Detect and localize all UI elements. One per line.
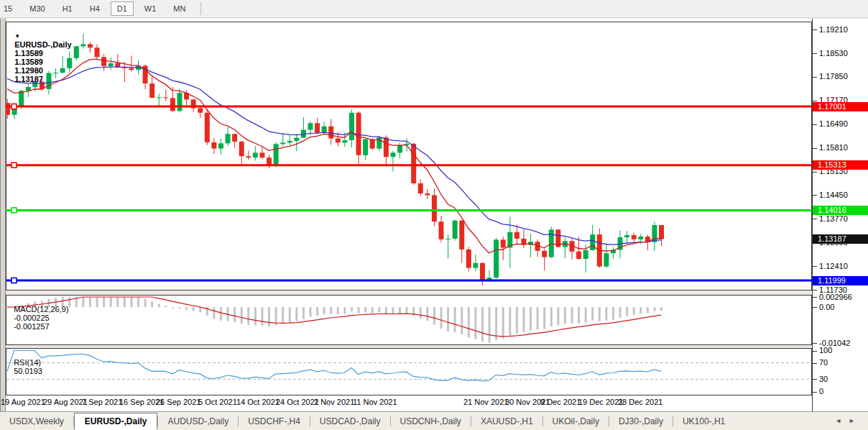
candle [397,145,402,153]
macd-main-value: -0.000225 [14,314,50,322]
candle [322,127,327,133]
tab-eurusd-daily[interactable]: EURUSD-,Daily [74,413,158,430]
candle [632,235,637,239]
macd-name: MACD(12,26,9) [14,305,68,314]
chart-dropdown-icon[interactable]: ▼ [14,33,20,40]
candle [74,46,79,58]
price-axis[interactable]: 1.192101.185301.178501.171701.164901.158… [812,19,868,411]
candle [246,156,251,157]
candle [604,253,609,266]
timeframe-button-m30[interactable]: M30 [23,1,51,16]
candle [108,63,114,66]
candle [129,68,134,70]
candle [445,239,451,239]
candle [411,144,416,183]
macd-label: MACD(12,26,9) -0.000225 -0.001257 [9,296,69,331]
candle [157,97,162,98]
level-handle[interactable] [11,163,17,168]
candle [259,152,264,157]
candle [88,44,93,47]
timeframe-button-h4[interactable]: H4 [83,1,106,16]
tab-scroll-right-button[interactable]: ► [849,417,862,424]
ohlc-low: 1.12980 [14,66,43,75]
level-handle[interactable] [11,278,17,283]
candle [211,142,216,149]
rsi-tick [813,379,817,380]
macd-tick [813,343,817,344]
price-axis-label: 1.12410 [819,262,848,271]
candle [101,57,106,66]
level-handle[interactable] [11,104,17,109]
price-tick [813,124,817,125]
candle [425,193,430,195]
tab-usdcad-daily[interactable]: USDCAD-,Daily [310,413,390,429]
tab-usdchf-h4[interactable]: USDCHF-,H4 [239,413,310,429]
candle [149,83,154,98]
date-label: 29 Aug 2021 [43,398,88,406]
price-tick [813,266,817,267]
tab-usdcnh-daily[interactable]: USDCNH-,Daily [391,413,471,429]
ohlc-high: 1.13589 [14,58,43,66]
date-label: 19 Aug 2021 [1,398,45,406]
ohlc-close: 1.13187 [14,75,43,83]
candle [370,139,375,149]
rsi-tick [813,351,817,352]
candle [19,91,24,106]
rsi-name: RSI(14) [14,358,41,367]
candle [280,142,285,144]
timeframe-button-w1[interactable]: W1 [138,1,163,16]
candle [205,113,210,142]
timeframe-button-mn[interactable]: MN [167,1,192,16]
chart-title: ▼ EURUSD-,Daily 1.13589 1.13589 1.12980 … [10,23,74,83]
tab-audusd-daily[interactable]: AUDUSD-,Daily [158,413,238,429]
rsi-axis-label: 0 [819,387,823,396]
date-label: 24 Oct 2021 [276,398,319,406]
price-tick [813,195,817,196]
timeframe-button-d1[interactable]: D1 [111,1,134,16]
tab-ukoil-daily[interactable]: UKOil-,Daily [543,413,609,429]
candle [659,225,664,239]
candle [177,93,182,111]
time-axis[interactable]: 19 Aug 202129 Aug 20217 Sep 202116 Sep 2… [0,395,812,411]
timeframe-button-15[interactable]: 15 [0,1,19,16]
price-tick [813,172,817,173]
toolbar-separator [200,2,201,15]
level-price-badge: 1.14016 [813,206,868,215]
candle [576,252,581,259]
candle [453,221,458,239]
candle [514,232,520,239]
candle [390,152,395,157]
candle [363,139,368,155]
date-label: 11 Nov 2021 [353,398,397,406]
tab-scroll-left-button[interactable]: ◄ [835,417,849,424]
candle [438,221,443,239]
rsi-axis-label: 100 [819,346,832,355]
candle [624,235,629,237]
macd-tick [813,297,817,298]
tab-usdx-weekly[interactable]: USDX,Weekly [0,413,73,429]
price-tick [813,53,817,54]
chart-canvas[interactable] [6,19,812,411]
candle [287,141,292,142]
tab-uk100-h1[interactable]: UK100-,H1 [673,413,734,429]
candle [274,144,279,165]
timeframe-button-h1[interactable]: H1 [56,1,79,16]
candle [239,142,244,156]
level-handle[interactable] [11,208,17,213]
price-axis-label: 1.13770 [819,214,848,224]
candle [328,127,333,139]
level-price-badge: 1.11999 [813,276,868,285]
price-axis-label: 1.16490 [819,119,848,129]
price-tick [813,29,817,30]
tab-dj30-daily[interactable]: DJ30-,Daily [609,413,673,429]
ohlc-open: 1.13589 [14,49,43,58]
tab-xauusd-h1[interactable]: XAUUSD-,H1 [471,413,542,429]
price-tick [813,101,817,101]
candle [583,250,588,259]
price-tick [813,148,817,149]
price-tick [813,219,817,219]
macd-signal-value: -0.001257 [14,322,50,331]
last-price-badge: 1.13187 [813,234,868,244]
candle [501,239,506,247]
level-price-badge: 1.15313 [813,160,868,170]
